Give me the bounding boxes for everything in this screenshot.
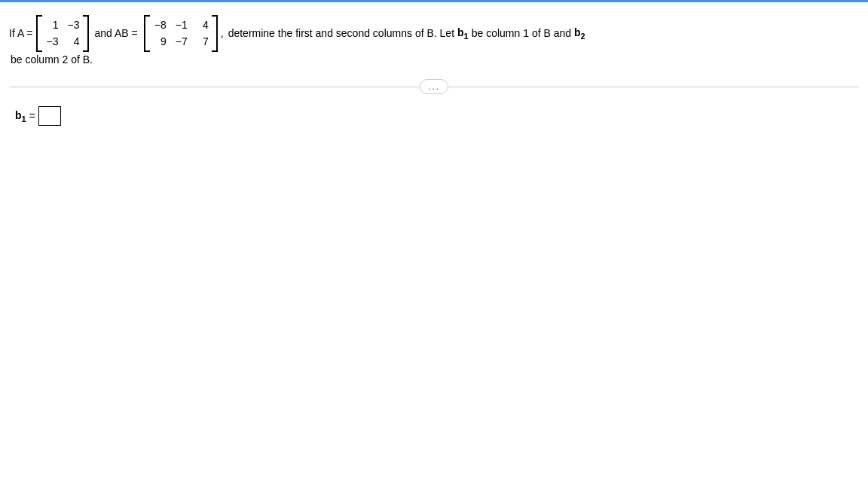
- problem-statement: If A = 1 −3 −3 4 and AB = −8 −1 4 9 −7 7: [9, 15, 859, 52]
- matrix-ab-r0c1: −1: [174, 18, 188, 33]
- matrix-ab-r1c1: −7: [174, 35, 188, 50]
- matrix-ab-r0c0: −8: [153, 18, 167, 33]
- answer-b1-label: b1: [15, 109, 26, 124]
- matrix-ab: −8 −1 4 9 −7 7: [144, 15, 218, 52]
- description-text: determine the first and second columns o…: [228, 26, 454, 41]
- divider: ...: [9, 79, 859, 94]
- b2-bold-sub: 2: [581, 31, 585, 40]
- matrix-ab-bracket-right: [212, 15, 218, 52]
- matrix-ab-r0c2: 4: [195, 18, 209, 33]
- answer-input[interactable]: [39, 107, 60, 125]
- matrix-a-bracket-right: [83, 15, 89, 52]
- second-line-text: be column 2 of B.: [11, 53, 93, 66]
- matrix-a-r0c0: 1: [45, 18, 59, 33]
- matrix-ab-values: −8 −1 4 9 −7 7: [151, 15, 210, 52]
- second-line: be column 2 of B.: [9, 53, 859, 66]
- b2-inline: b2: [574, 26, 585, 42]
- answer-equals: =: [29, 110, 35, 122]
- main-content: If A = 1 −3 −3 4 and AB = −8 −1 4 9 −7 7: [0, 0, 868, 135]
- matrix-a-values: 1 −3 −3 4: [44, 15, 81, 52]
- matrix-ab-r1c0: 9: [153, 35, 167, 50]
- b1-bold-label: b: [457, 26, 464, 38]
- b1-bold-sub: 1: [464, 31, 469, 40]
- answer-section: b1 =: [9, 106, 859, 126]
- answer-b1-sub: 1: [22, 114, 26, 124]
- matrix-ab-bracket-left: [144, 15, 150, 52]
- matrix-a-r1c0: −3: [45, 35, 59, 50]
- matrix-a: 1 −3 −3 4: [36, 15, 89, 52]
- matrix-a-bracket-left: [36, 15, 42, 52]
- comma: ,: [221, 26, 224, 41]
- matrix-a-r0c1: −3: [66, 18, 80, 33]
- be-column-1-text: be column 1 of B and: [472, 26, 571, 41]
- b1-inline: b1: [457, 26, 469, 42]
- matrix-a-r1c1: 4: [66, 35, 80, 50]
- answer-b-letter: b: [15, 109, 22, 121]
- matrix-ab-r1c2: 7: [195, 35, 209, 50]
- if-a-label: If A =: [9, 26, 33, 41]
- divider-dots[interactable]: ...: [420, 79, 448, 94]
- and-ab-label: and AB =: [95, 26, 138, 41]
- b2-bold-label: b: [574, 26, 581, 38]
- answer-input-box: [38, 106, 61, 126]
